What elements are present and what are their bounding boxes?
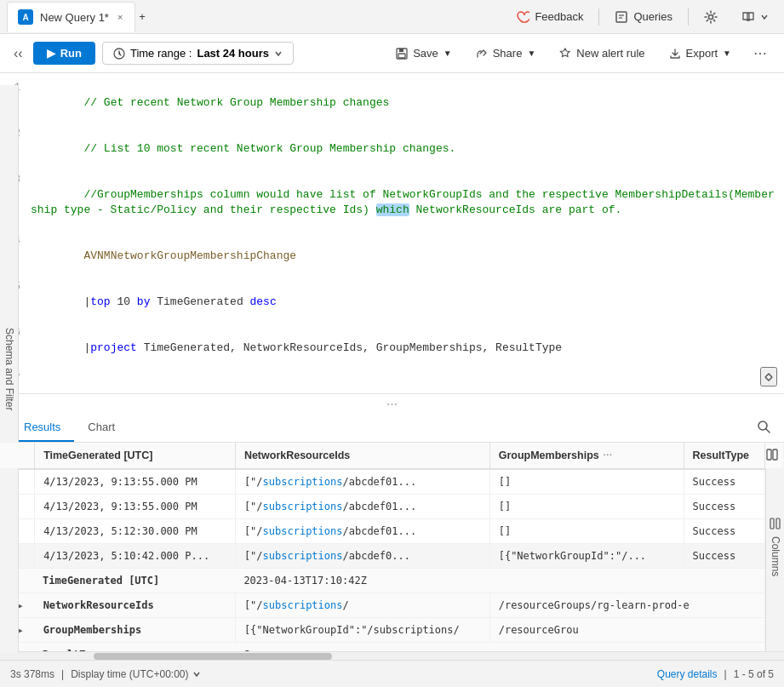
export-icon [669,48,681,60]
horizontal-scrollbar[interactable] [0,651,784,660]
table-row: ▶ 4/13/2023, 9:13:55.000 PM ["/subscript… [0,495,784,519]
status-separator2: | [724,668,727,680]
th-resulttype[interactable]: ResultType [684,443,764,469]
code-line-4: 4 AVNMNetworkGroupMembershipChange [7,233,777,279]
svg-rect-8 [399,49,403,52]
cell-groupmemberships: [] [489,469,684,495]
expanded-detail-row: ▶ NetworkResourceIds ["/subscriptions/ /… [0,593,784,618]
book-icon [741,10,755,24]
columns-panel-label: Columns [770,536,781,576]
feedback-button[interactable]: Feedback [507,7,592,27]
code-line-2: 2 // List 10 most recent Network Group M… [7,126,777,172]
export-button[interactable]: Export ▼ [661,43,740,64]
expanded-detail-row: ▶ GroupMemberships [{"NetworkGroupId":"/… [0,618,784,643]
play-icon: ▶ [47,47,55,60]
detail-label-timegenerated: TimeGenerated [UTC] [43,575,159,587]
toolbar: ‹‹ ▶ Run Time range : Last 24 hours Save… [0,34,784,73]
columns-panel[interactable]: Columns [765,443,784,651]
code-editor[interactable]: 1 // Get recent Network Group Membership… [0,80,784,386]
settings-button[interactable] [695,7,726,27]
save-icon [396,48,408,60]
display-time-button[interactable]: Display time (UTC+00:00) [71,668,200,680]
cell-resulttype: Success [684,544,764,569]
share-chevron-icon: ▼ [527,49,535,58]
tab-chart[interactable]: Chart [74,414,129,442]
time-range-button[interactable]: Time range : Last 24 hours [102,42,294,65]
cell-networkresourceids: ["/subscriptions/abcdef01... [235,495,489,519]
divider2 [688,9,689,26]
tab-results[interactable]: Results [10,414,74,442]
save-button[interactable]: Save ▼ [387,43,461,64]
results-table-container: TimeGenerated [UTC] NetworkResourceIds G… [0,443,784,651]
table-row: ▶ 4/13/2023, 9:13:55.000 PM ["/subscript… [0,469,784,495]
th-timegenerated[interactable]: TimeGenerated [UTC] [35,443,236,469]
svg-rect-9 [398,54,405,58]
chevron-down-icon [760,13,769,21]
th-expand [0,443,35,469]
code-line-1: 1 // Get recent Network Group Membership… [7,80,777,126]
columns-icon [765,448,779,461]
search-icon [757,420,770,433]
queries-icon [615,10,628,24]
th-columns-panel[interactable] [765,443,784,469]
share-button[interactable]: Share ▼ [467,43,545,64]
collapse-editor-button[interactable] [760,367,777,386]
heart-icon [516,10,529,24]
cell-networkresourceids: ["/subscriptions/abcdef01... [235,519,489,544]
expanded-detail-row: ResultType Success [0,643,784,652]
cell-groupmemberships: [] [489,519,684,544]
top-actions: Feedback Queries [507,7,777,27]
detail-label-networkresourceids: NetworkResourceIds [43,599,154,611]
scrollbar-thumb[interactable] [94,653,332,660]
cell-timegenerated: 4/13/2023, 9:13:55.000 PM [35,469,236,495]
new-tab-button[interactable]: + [139,10,146,23]
th-networkresourceids[interactable]: NetworkResourceIds [235,443,489,469]
more-options-button[interactable]: ⋯ [747,42,774,65]
svg-rect-13 [773,449,777,460]
display-time-chevron-icon [192,670,201,678]
code-line-6: 6 |project TimeGenerated, NetworkResourc… [7,325,777,371]
cell-networkresourceids: ["/subscriptions/abcdef0... [235,544,489,569]
cell-resulttype: Success [684,495,764,519]
active-tab[interactable]: A New Query 1* × [7,2,135,32]
clock-icon [113,48,125,60]
results-table: TimeGenerated [UTC] NetworkResourceIds G… [0,443,784,651]
divider [598,9,599,26]
table-header-row: TimeGenerated [UTC] NetworkResourceIds G… [0,443,784,469]
results-area: Results Chart TimeGenerated [UTC] Networ… [0,414,784,660]
schema-and-filter-panel[interactable]: Schema and Filter [0,85,19,653]
columns-panel-icon [770,518,781,530]
cell-resulttype: Success [684,469,764,495]
svg-rect-2 [616,12,627,22]
cell-resulttype: Success [684,519,764,544]
sidebar-toggle-button[interactable]: ‹‹ [10,43,26,65]
docs-button[interactable] [733,7,777,27]
status-bar: 3s 378ms | Display time (UTC+00:00) Quer… [0,660,784,687]
cell-groupmemberships: [] [489,495,684,519]
query-duration: 3s 378ms [10,668,54,680]
azure-icon: A [18,9,33,25]
expanded-detail-row: TimeGenerated [UTC] 2023-04-13T17:10:42Z [0,569,784,593]
tab-close-button[interactable]: × [116,10,124,24]
svg-point-5 [709,14,713,19]
table-row-expanded: ▼ 4/13/2023, 5:10:42.000 P... ["/subscri… [0,544,784,569]
search-button[interactable] [753,416,774,439]
query-details-link[interactable]: Query details [657,668,718,680]
cell-timegenerated: 4/13/2023, 9:13:55.000 PM [35,495,236,519]
export-chevron-icon: ▼ [723,49,731,58]
svg-rect-12 [767,449,771,460]
code-line-5: 5 |top 10 by TimeGenerated desc [7,279,777,325]
queries-button[interactable]: Queries [606,7,681,27]
result-count: 1 - 5 of 5 [734,668,774,680]
tab-bar: A New Query 1* × + Feedback Queries [0,0,784,34]
th-groupmemberships[interactable]: GroupMemberships⋯ [489,443,684,469]
editor-area[interactable]: 1 // Get recent Network Group Membership… [0,73,784,394]
editor-resize-handle[interactable]: ⋯ [0,394,784,414]
share-icon [476,48,488,60]
svg-rect-15 [776,518,780,529]
collapse-icon [762,369,775,382]
status-separator: | [61,668,64,680]
run-button[interactable]: ▶ Run [33,42,95,65]
new-alert-button[interactable]: New alert rule [551,43,653,64]
table-row: ▶ 4/13/2023, 5:12:30.000 PM ["/subscript… [0,519,784,544]
